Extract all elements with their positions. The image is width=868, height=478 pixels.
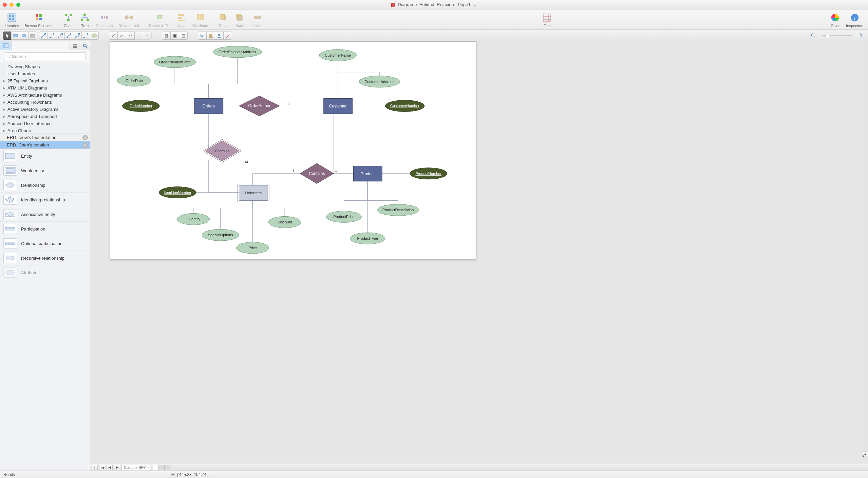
page-tabs[interactable] <box>153 465 170 470</box>
svg-text:CustomerName: CustomerName <box>325 53 351 57</box>
connector-tool-5[interactable] <box>73 32 82 40</box>
line-tool-3[interactable] <box>126 32 135 40</box>
chevron-down-icon[interactable]: ⌄ <box>473 2 477 7</box>
grid-button[interactable]: Grid <box>539 12 555 28</box>
color-button[interactable]: Color <box>827 12 843 28</box>
text-tool[interactable] <box>28 32 37 40</box>
prev-page-button[interactable]: ◀ <box>107 465 113 470</box>
svg-rect-4 <box>12 18 14 20</box>
shape-item[interactable]: Associative entity <box>0 207 90 222</box>
shape-item[interactable]: Entity <box>0 149 90 163</box>
grid-icon <box>542 12 552 23</box>
svg-rect-32 <box>543 14 551 21</box>
identical-button: Identical <box>248 12 267 28</box>
libraries-icon <box>6 12 17 23</box>
library-list[interactable]: Drawing Shapes User Libraries ▶25 Typica… <box>0 62 90 134</box>
expand-icon[interactable]: ⤢ <box>862 452 868 458</box>
window-title: Diagrama_Entidad_Relacion - Page1 ⌄ <box>0 2 868 7</box>
close-icon[interactable]: ✕ <box>82 135 88 140</box>
svg-text:ProductNumber: ProductNumber <box>415 172 441 176</box>
library-item[interactable]: User Libraries <box>0 70 90 77</box>
zoom-in-tool[interactable] <box>198 32 207 40</box>
connector-tool-1[interactable] <box>39 32 48 40</box>
library-item[interactable]: ▶ATM UML Diagrams <box>0 84 90 92</box>
svg-text:OrderDate: OrderDate <box>126 79 143 83</box>
zoom-slider[interactable] <box>822 35 852 36</box>
user-tool[interactable] <box>215 32 224 40</box>
shape-item[interactable]: Recursive relationship <box>0 251 90 265</box>
line-tool-1[interactable] <box>109 32 118 40</box>
zoom-readout[interactable]: Custom 49% <box>121 465 150 470</box>
open-library-tab[interactable]: ERD, Chen's notation ✕ <box>0 141 90 149</box>
svg-rect-8 <box>39 18 42 20</box>
library-panel-toggle[interactable] <box>0 41 12 50</box>
shape-item[interactable]: Identifying relationship <box>0 193 90 207</box>
group-tool-1[interactable]: ▦ <box>162 32 171 40</box>
splitter-icon[interactable]: ‖ <box>92 465 98 470</box>
library-item[interactable]: ▶Accounting Flowcharts <box>0 99 90 106</box>
chain-button[interactable]: Chain <box>60 12 77 28</box>
group-tool-2[interactable]: ▣ <box>170 32 179 40</box>
open-library-tab[interactable]: ERD, crow's foot notation ✕ <box>0 134 90 141</box>
first-page-button[interactable]: ⏮ <box>99 465 105 470</box>
ellipse-tool[interactable] <box>20 32 29 40</box>
connector-tool-3[interactable] <box>56 32 65 40</box>
connector-tool-7[interactable] <box>90 32 99 40</box>
inspectors-button[interactable]: i Inspectors <box>843 12 866 28</box>
shape-palette[interactable]: Entity Weak entity Relationship Identify… <box>0 149 90 471</box>
next-page-button[interactable]: ▶ <box>114 465 120 470</box>
zoom-window-button[interactable] <box>16 3 20 7</box>
pan-tool[interactable] <box>206 32 215 40</box>
zoom-out-icon[interactable] <box>809 32 818 40</box>
shape-item[interactable]: Participation <box>0 222 90 236</box>
libraries-button[interactable]: Libraries <box>2 12 22 28</box>
search-input[interactable]: Search <box>4 52 86 60</box>
tree-button[interactable]: Tree <box>77 12 93 28</box>
group-tool-3[interactable]: ▤ <box>179 32 188 40</box>
svg-rect-20 <box>178 14 184 16</box>
search-view-button[interactable] <box>80 41 90 50</box>
svg-rect-9 <box>65 14 67 16</box>
shape-item[interactable]: Relationship <box>0 178 90 193</box>
line-tool-2[interactable] <box>117 32 126 40</box>
svg-rect-60 <box>73 46 75 48</box>
pointer-tool[interactable] <box>3 32 12 40</box>
svg-rect-44 <box>61 33 63 35</box>
shape-item[interactable]: Optional participation <box>0 236 90 251</box>
minimize-window-button[interactable] <box>10 3 14 7</box>
library-item[interactable]: ▶Area Charts <box>0 127 90 134</box>
rotate-flip-icon <box>154 12 165 23</box>
pen-tool[interactable] <box>223 32 232 40</box>
svg-text:Contains: Contains <box>309 171 325 176</box>
svg-text:Quantity: Quantity <box>187 217 201 221</box>
library-item[interactable]: ▶Android User Interface <box>0 120 90 127</box>
shape-item[interactable]: Weak entity <box>0 163 90 178</box>
page-tab[interactable] <box>164 465 170 470</box>
svg-text:OrderItem: OrderItem <box>245 191 262 195</box>
rect-tool[interactable] <box>11 32 20 40</box>
close-window-button[interactable] <box>3 3 7 7</box>
info-icon: i <box>849 12 860 23</box>
close-icon[interactable]: ✕ <box>82 142 88 148</box>
library-item[interactable]: ▶Active Directory Diagrams <box>0 106 90 113</box>
svg-rect-25 <box>202 14 204 20</box>
connector-tool-4[interactable] <box>64 32 73 40</box>
shape-item[interactable]: Attribute <box>0 265 90 280</box>
browse-solutions-button[interactable]: Browse Solutions <box>22 12 56 28</box>
svg-rect-39 <box>41 37 42 38</box>
connector-tool-2[interactable] <box>48 32 56 40</box>
zoom-in-icon[interactable] <box>856 32 865 40</box>
canvas-scroll[interactable]: M 1 1 M 1 1 Orders Customer Product Orde <box>90 41 868 464</box>
page-tab[interactable] <box>153 465 159 470</box>
library-item[interactable]: ▶Aerospace and Transport <box>0 113 90 120</box>
connector-tool-6[interactable] <box>81 32 90 40</box>
drawing-page[interactable]: M 1 1 M 1 1 Orders Customer Product Orde <box>110 41 476 260</box>
canvas-area: M 1 1 M 1 1 Orders Customer Product Orde <box>90 41 868 471</box>
library-item[interactable]: Drawing Shapes <box>0 63 90 70</box>
svg-rect-2 <box>12 15 14 17</box>
front-icon <box>218 12 229 23</box>
page-tab[interactable] <box>158 465 165 470</box>
library-item[interactable]: ▶AWS Architecture Diagrams <box>0 92 90 99</box>
thumbnail-view-button[interactable] <box>70 41 80 50</box>
library-item[interactable]: ▶25 Typical Orgcharts <box>0 77 90 84</box>
